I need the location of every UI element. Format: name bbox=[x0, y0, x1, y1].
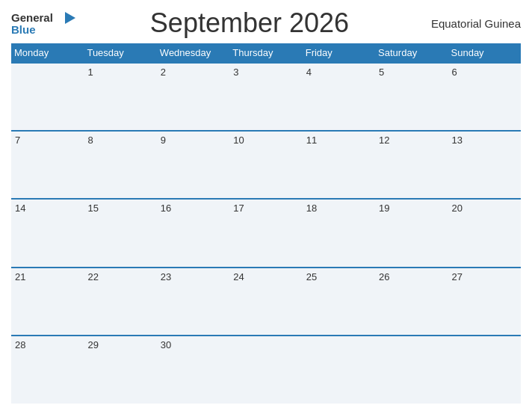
day-number: 11 bbox=[306, 135, 317, 146]
day-number: 25 bbox=[306, 271, 317, 282]
day-header-friday: Friday bbox=[303, 43, 375, 63]
calendar-cell: 11 bbox=[303, 131, 375, 199]
day-number: 1 bbox=[87, 67, 93, 78]
day-number: 29 bbox=[87, 339, 98, 350]
calendar-cell: 15 bbox=[84, 199, 156, 267]
calendar-cell bbox=[303, 336, 375, 404]
calendar-week-4: 21222324252627 bbox=[11, 268, 521, 336]
day-number: 20 bbox=[452, 203, 463, 214]
day-number: 14 bbox=[15, 203, 25, 214]
day-header-saturday: Saturday bbox=[375, 43, 448, 63]
day-number: 6 bbox=[452, 67, 457, 78]
calendar-week-1: 123456 bbox=[11, 63, 521, 131]
calendar-cell: 1 bbox=[84, 63, 156, 131]
calendar-header-row: MondayTuesdayWednesdayThursdayFridaySatu… bbox=[11, 43, 521, 63]
calendar-cell bbox=[375, 336, 448, 404]
calendar-cell: 26 bbox=[375, 268, 448, 336]
day-number: 16 bbox=[161, 203, 171, 214]
calendar-cell: 6 bbox=[448, 63, 521, 131]
calendar-cell: 8 bbox=[84, 131, 156, 199]
calendar-cell: 13 bbox=[448, 131, 521, 199]
day-number: 24 bbox=[233, 271, 244, 282]
calendar-cell: 21 bbox=[11, 268, 84, 336]
day-number: 3 bbox=[233, 67, 238, 78]
day-header-tuesday: Tuesday bbox=[84, 43, 156, 63]
calendar-cell bbox=[11, 63, 84, 131]
logo-flag-icon bbox=[55, 12, 75, 24]
day-number: 4 bbox=[306, 67, 312, 78]
logo: General Blue bbox=[11, 12, 75, 35]
day-header-sunday: Sunday bbox=[448, 43, 521, 63]
calendar-cell: 12 bbox=[375, 131, 448, 199]
calendar-cell: 28 bbox=[11, 336, 84, 404]
day-header-monday: Monday bbox=[11, 43, 84, 63]
day-number: 17 bbox=[233, 203, 244, 214]
day-number: 30 bbox=[161, 339, 171, 350]
calendar-cell: 30 bbox=[157, 336, 229, 404]
logo-general-text: General bbox=[11, 12, 53, 23]
calendar-week-2: 78910111213 bbox=[11, 131, 521, 199]
calendar-cell: 18 bbox=[303, 199, 375, 267]
calendar-cell: 20 bbox=[448, 199, 521, 267]
calendar-week-3: 14151617181920 bbox=[11, 199, 521, 267]
country-label: Equatorial Guinea bbox=[424, 17, 521, 30]
calendar-cell: 9 bbox=[157, 131, 229, 199]
day-header-thursday: Thursday bbox=[229, 43, 302, 63]
logo-blue-text: Blue bbox=[11, 24, 36, 35]
calendar-cell: 29 bbox=[84, 336, 156, 404]
calendar-cell: 25 bbox=[303, 268, 375, 336]
calendar-cell: 22 bbox=[84, 268, 156, 336]
month-title: September 2026 bbox=[75, 7, 424, 39]
day-header-wednesday: Wednesday bbox=[157, 43, 229, 63]
day-number: 28 bbox=[15, 339, 25, 350]
day-number: 21 bbox=[15, 271, 25, 282]
calendar-cell bbox=[448, 336, 521, 404]
day-number: 22 bbox=[87, 271, 98, 282]
calendar-cell: 16 bbox=[157, 199, 229, 267]
calendar-table: MondayTuesdayWednesdayThursdayFridaySatu… bbox=[11, 43, 521, 404]
day-number: 26 bbox=[379, 271, 389, 282]
calendar-cell bbox=[229, 336, 302, 404]
day-number: 13 bbox=[452, 135, 463, 146]
calendar-cell: 24 bbox=[229, 268, 302, 336]
calendar-cell: 27 bbox=[448, 268, 521, 336]
day-number: 7 bbox=[15, 135, 20, 146]
day-number: 23 bbox=[161, 271, 171, 282]
calendar-cell: 3 bbox=[229, 63, 302, 131]
day-number: 19 bbox=[379, 203, 389, 214]
calendar-header: General Blue September 2026 Equatorial G… bbox=[11, 7, 521, 39]
calendar-cell: 19 bbox=[375, 199, 448, 267]
day-number: 27 bbox=[452, 271, 463, 282]
calendar-cell: 10 bbox=[229, 131, 302, 199]
calendar-cell: 4 bbox=[303, 63, 375, 131]
day-number: 18 bbox=[306, 203, 317, 214]
calendar-cell: 23 bbox=[157, 268, 229, 336]
calendar-cell: 17 bbox=[229, 199, 302, 267]
svg-marker-0 bbox=[65, 12, 75, 24]
day-number: 5 bbox=[379, 67, 384, 78]
calendar-cell: 7 bbox=[11, 131, 84, 199]
calendar-cell: 2 bbox=[157, 63, 229, 131]
day-number: 9 bbox=[161, 135, 166, 146]
day-number: 15 bbox=[87, 203, 98, 214]
day-number: 8 bbox=[87, 135, 93, 146]
calendar-cell: 14 bbox=[11, 199, 84, 267]
day-number: 12 bbox=[379, 135, 389, 146]
calendar-week-5: 282930 bbox=[11, 336, 521, 404]
day-number: 2 bbox=[161, 67, 166, 78]
day-number: 10 bbox=[233, 135, 244, 146]
calendar-cell: 5 bbox=[375, 63, 448, 131]
